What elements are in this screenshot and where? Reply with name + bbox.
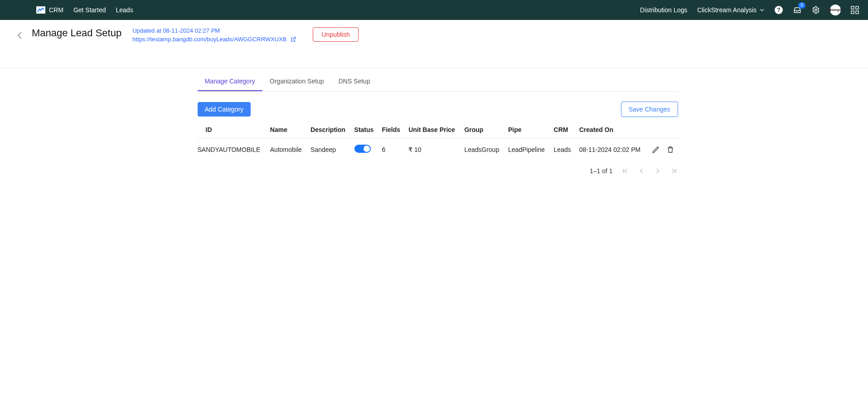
svg-point-0 bbox=[815, 9, 817, 11]
page-prev-button[interactable] bbox=[637, 167, 645, 175]
cell-price: ₹ 10 bbox=[405, 138, 461, 161]
help-icon: ? bbox=[775, 6, 783, 14]
brand-text: CRM bbox=[49, 6, 63, 14]
brand[interactable]: CRM bbox=[36, 6, 63, 14]
pagination-label: 1–1 of 1 bbox=[590, 167, 613, 175]
page-header-section: Manage Lead Setup Updated at 08-11-2024 … bbox=[0, 20, 868, 55]
edit-button[interactable] bbox=[652, 146, 660, 154]
cell-id: SANDYAUTOMOBILE bbox=[198, 138, 267, 161]
nav-link-distribution-logs[interactable]: Distribution Logs bbox=[640, 6, 687, 14]
inbox-badge: 0 bbox=[798, 2, 805, 9]
cell-pipe: LeadPipeline bbox=[504, 138, 550, 161]
help-button[interactable]: ? bbox=[775, 6, 783, 14]
tab-dns-setup[interactable]: DNS Setup bbox=[331, 73, 378, 91]
tab-organization-setup[interactable]: Organization Setup bbox=[262, 73, 331, 91]
svg-rect-1 bbox=[851, 6, 854, 9]
category-table: ID Name Description Status Fields Unit B… bbox=[198, 122, 678, 161]
cell-crm: Leads bbox=[550, 138, 576, 161]
delete-button[interactable] bbox=[666, 146, 674, 154]
col-actions bbox=[647, 122, 678, 138]
col-price: Unit Base Price bbox=[405, 122, 461, 138]
settings-button[interactable] bbox=[812, 6, 820, 14]
page-last-button[interactable] bbox=[670, 167, 678, 175]
trash-icon bbox=[666, 146, 674, 154]
meta-block: Updated at 08-11-2024 02:27 PM https://t… bbox=[132, 27, 296, 43]
nav-left: CRM Get Started Leads bbox=[36, 6, 133, 14]
col-description: Description bbox=[307, 122, 351, 138]
clickstream-dropdown[interactable]: ClickStream Analysis bbox=[697, 6, 765, 14]
url-row: https://testamp.bangdb.com/buyLeads/AWGG… bbox=[132, 36, 296, 43]
gear-icon bbox=[812, 6, 820, 14]
apps-button[interactable] bbox=[851, 6, 859, 14]
page-next-button[interactable] bbox=[654, 167, 662, 175]
unpublish-button[interactable]: Unpublish bbox=[313, 27, 358, 42]
page-first-icon bbox=[621, 167, 629, 175]
brand-logo-icon bbox=[36, 6, 45, 14]
top-navbar: CRM Get Started Leads Distribution Logs … bbox=[0, 0, 868, 20]
cell-fields: 6 bbox=[378, 138, 405, 161]
tab-bar: Manage Category Organization Setup DNS S… bbox=[198, 73, 678, 92]
page-header: Manage Lead Setup Updated at 08-11-2024 … bbox=[16, 27, 863, 43]
table-head: ID Name Description Status Fields Unit B… bbox=[198, 122, 678, 138]
col-fields: Fields bbox=[378, 122, 405, 138]
external-link-icon bbox=[290, 36, 296, 43]
dropdown-label: ClickStream Analysis bbox=[697, 6, 756, 14]
svg-rect-3 bbox=[851, 11, 854, 14]
cell-group: LeadsGroup bbox=[461, 138, 504, 161]
cell-description: Sandeep bbox=[307, 138, 351, 161]
cell-status bbox=[351, 138, 378, 161]
col-id: ID bbox=[198, 122, 267, 138]
page-last-icon bbox=[670, 167, 678, 175]
pagination: 1–1 of 1 bbox=[198, 167, 678, 175]
col-name: Name bbox=[267, 122, 307, 138]
nav-link-leads[interactable]: Leads bbox=[116, 6, 133, 14]
tab-manage-category[interactable]: Manage Category bbox=[198, 73, 262, 91]
status-toggle[interactable] bbox=[354, 145, 371, 153]
add-category-button[interactable]: Add Category bbox=[198, 102, 251, 117]
pencil-icon bbox=[652, 146, 660, 154]
table-row: SANDYAUTOMOBILE Automobile Sandeep 6 ₹ 1… bbox=[198, 138, 678, 161]
cell-actions bbox=[647, 138, 678, 161]
cell-created-on: 08-11-2024 02:02 PM bbox=[576, 138, 647, 161]
back-button[interactable] bbox=[16, 30, 24, 41]
setup-url-link[interactable]: https://testamp.bangdb.com/buyLeads/AWGG… bbox=[132, 36, 286, 43]
col-status: Status bbox=[351, 122, 378, 138]
col-pipe: Pipe bbox=[504, 122, 550, 138]
chevron-down-icon bbox=[759, 7, 765, 13]
nav-link-get-started[interactable]: Get Started bbox=[73, 6, 106, 14]
content-area: Manage Category Organization Setup DNS S… bbox=[198, 73, 678, 175]
save-changes-button[interactable]: Save Changes bbox=[621, 102, 678, 117]
col-crm: CRM bbox=[550, 122, 576, 138]
page-title: Manage Lead Setup bbox=[32, 27, 121, 39]
col-group: Group bbox=[461, 122, 504, 138]
open-external-button[interactable] bbox=[290, 36, 296, 43]
cell-name: Automobile bbox=[267, 138, 307, 161]
table-body: SANDYAUTOMOBILE Automobile Sandeep 6 ₹ 1… bbox=[198, 138, 678, 161]
col-created-on: Created On bbox=[576, 122, 647, 138]
inbox-button[interactable]: 0 bbox=[793, 5, 802, 15]
chevron-left-icon bbox=[637, 167, 645, 175]
header-divider bbox=[0, 68, 868, 68]
page-first-button[interactable] bbox=[621, 167, 629, 175]
chevron-left-icon bbox=[16, 30, 24, 41]
updated-at-text: Updated at 08-11-2024 02:27 PM bbox=[132, 27, 296, 34]
avatar[interactable]: ⬤bangdb bbox=[830, 5, 841, 15]
apps-grid-icon bbox=[851, 6, 859, 14]
table-toolbar: Add Category Save Changes bbox=[198, 102, 678, 117]
chevron-right-icon bbox=[654, 167, 662, 175]
svg-rect-2 bbox=[856, 6, 858, 9]
svg-rect-4 bbox=[856, 11, 858, 14]
nav-right: Distribution Logs ClickStream Analysis ?… bbox=[640, 5, 859, 15]
